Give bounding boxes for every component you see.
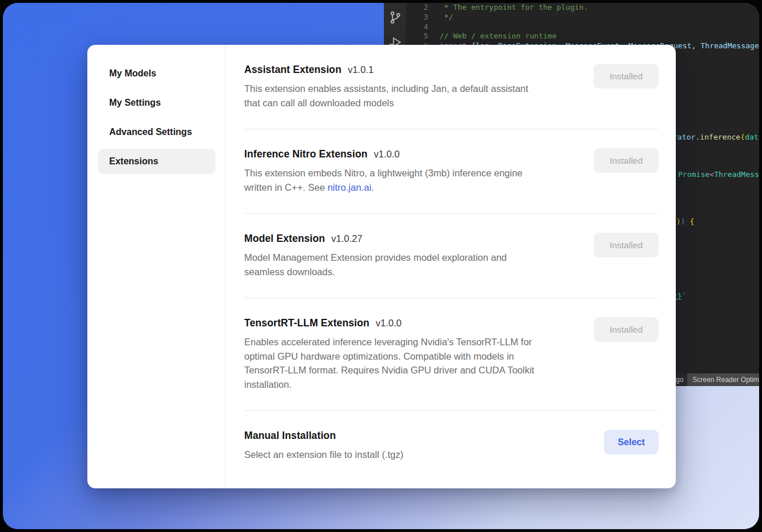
extension-description: This extension enables assistants, inclu…	[244, 82, 528, 110]
screen-wallpaper: 2 * The entrypoint for the plugin. 3 */ …	[3, 3, 759, 529]
extension-info: Inference Nitro Extension v1.0.0 This ex…	[244, 148, 522, 194]
description-text: This extension enables assistants, inclu…	[244, 83, 528, 108]
code-token: data	[745, 133, 759, 141]
line-number: 5	[406, 32, 428, 40]
extension-row-assistant: Assistant Extension v1.0.1 This extensio…	[244, 45, 659, 129]
code-token: ThreadMessage	[701, 41, 759, 50]
extension-version: v1.0.0	[376, 318, 402, 329]
extensions-list: Assistant Extension v1.0.1 This extensio…	[225, 45, 676, 488]
extension-action: Installed	[594, 148, 659, 173]
code-token: .	[695, 133, 700, 141]
extension-title-line: Assistant Extension v1.0.1	[244, 64, 528, 76]
line-number: 2	[406, 3, 428, 11]
installed-button[interactable]: Installed	[594, 317, 659, 342]
code-token: ,	[691, 41, 701, 50]
select-file-button[interactable]: Select	[604, 430, 659, 454]
code-line: 4	[406, 22, 759, 32]
code-line: 2 * The entrypoint for the plugin.	[406, 3, 759, 13]
code-fragment-inference: rator.inference(data));	[673, 133, 759, 141]
extension-title: Model Extension	[244, 233, 325, 245]
extension-info: Manual Installation Select an extension …	[244, 430, 403, 462]
extension-description: This extension embeds Nitro, a lightweig…	[244, 166, 522, 194]
code-line: 3 */	[406, 13, 759, 22]
extension-title: TensortRT-LLM Extension	[244, 317, 370, 329]
extension-version: v1.0.0	[374, 149, 400, 160]
desktop-composite: 2 * The entrypoint for the plugin. 3 */ …	[0, 0, 762, 532]
extension-description: Model Management Extension provides mode…	[244, 250, 507, 279]
code-fragment-promise: Promise<ThreadMessage>	[678, 170, 759, 179]
description-text: Model Management Extension provides mode…	[244, 252, 507, 277]
status-bar-item[interactable]: go	[676, 373, 683, 386]
extension-version: v1.0.1	[348, 64, 374, 75]
description-text: This extension embeds Nitro, a lightweig…	[244, 168, 522, 192]
code-token: {	[685, 217, 694, 226]
extension-title: Manual Installation	[244, 430, 336, 442]
settings-modal: My Models My Settings Advanced Settings …	[87, 45, 676, 488]
extension-version: v1.0.27	[332, 233, 363, 244]
sidebar-item-my-models[interactable]: My Models	[98, 61, 215, 86]
settings-sidebar: My Models My Settings Advanced Settings …	[87, 45, 225, 488]
screen-reader-status-item[interactable]: Screen Reader Optimized	[687, 373, 759, 386]
extension-description: Enables accelerated inference leveraging…	[244, 335, 534, 391]
code-token: inference	[700, 133, 740, 141]
code-comment: * The entrypoint for the plugin.	[428, 3, 588, 11]
code-comment: // Web / extension runtime	[428, 32, 557, 40]
sidebar-item-my-settings[interactable]: My Settings	[98, 90, 215, 115]
code-comment: */	[428, 13, 453, 21]
extension-action: Installed	[594, 233, 659, 257]
installed-button[interactable]: Installed	[594, 64, 659, 88]
code-token: rator	[673, 133, 695, 141]
extension-row-inference-nitro: Inference Nitro Extension v1.0.0 This ex…	[244, 129, 659, 214]
extension-info: TensortRT-LLM Extension v1.0.0 Enables a…	[244, 317, 534, 391]
extension-info: Model Extension v1.0.27 Model Management…	[244, 233, 507, 279]
line-number: 4	[406, 22, 428, 31]
code-token: ThreadMessage	[714, 170, 759, 179]
extension-title-line: Inference Nitro Extension v1.0.0	[244, 148, 522, 160]
description-text: Select an extension file to install (.tg…	[244, 449, 403, 460]
sidebar-item-advanced-settings[interactable]: Advanced Settings	[98, 119, 215, 145]
extension-row-tensorrt-llm: TensortRT-LLM Extension v1.0.0 Enables a…	[244, 298, 659, 411]
code-token: )	[676, 217, 681, 226]
extension-title: Inference Nitro Extension	[244, 148, 368, 160]
extension-title: Assistant Extension	[244, 64, 341, 76]
extension-description: Select an extension file to install (.tg…	[244, 448, 403, 462]
extension-info: Assistant Extension v1.0.1 This extensio…	[244, 64, 528, 110]
code-token: <	[710, 170, 714, 179]
extension-action: Installed	[594, 317, 659, 342]
extension-action: Select	[604, 430, 659, 454]
extension-title-line: TensortRT-LLM Extension v1.0.0	[244, 317, 534, 329]
code-token: `	[682, 292, 687, 300]
sidebar-item-extensions[interactable]: Extensions	[98, 149, 215, 174]
installed-button[interactable]: Installed	[594, 148, 659, 173]
source-control-icon[interactable]	[387, 10, 403, 25]
extension-title-line: Manual Installation	[244, 430, 403, 442]
extension-row-manual-installation: Manual Installation Select an extension …	[244, 411, 659, 481]
extension-title-line: Model Extension v1.0.27	[244, 233, 507, 245]
extension-row-model: Model Extension v1.0.27 Model Management…	[244, 214, 659, 298]
description-text: Enables accelerated inference leveraging…	[244, 337, 534, 390]
installed-button[interactable]: Installed	[594, 233, 659, 257]
nitro-jan-ai-link[interactable]: nitro.jan.ai.	[328, 182, 374, 192]
code-line: 5 // Web / extension runtime	[406, 32, 759, 41]
extension-action: Installed	[594, 64, 659, 88]
line-number: 3	[406, 13, 428, 21]
code-token: Promise	[678, 170, 710, 179]
